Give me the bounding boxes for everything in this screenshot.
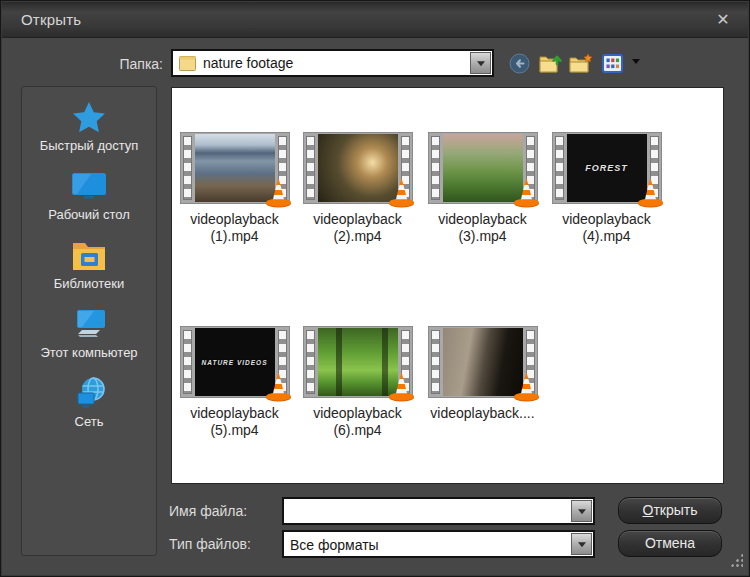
file-name: videoplayback (1).mp4 xyxy=(173,211,296,245)
dialog-toolbar xyxy=(507,49,641,77)
places-sidebar: Быстрый доступ Рабочий стол xyxy=(21,86,157,556)
video-thumbnail xyxy=(318,328,398,396)
filmstrip-thumbnail xyxy=(428,132,538,204)
file-name: videoplayback.... xyxy=(421,405,544,422)
sidebar-item-this-pc[interactable]: Этот компьютер xyxy=(22,306,156,360)
sidebar-item-label: Сеть xyxy=(75,414,104,429)
video-thumbnail xyxy=(318,134,398,202)
sidebar-item-label: Рабочий стол xyxy=(48,207,130,222)
video-thumbnail: FOREST xyxy=(567,134,647,202)
filetype-value: Все форматы xyxy=(290,537,379,553)
back-icon[interactable] xyxy=(507,51,531,75)
open-button-accesskey: О xyxy=(643,502,654,518)
current-folder-name: nature footage xyxy=(203,55,293,71)
file-item-videoplayback-4[interactable]: FOREST videoplayback (4).mp4 xyxy=(545,132,668,245)
network-globe-icon xyxy=(72,375,106,411)
file-item-videoplayback-1[interactable]: videoplayback (1).mp4 xyxy=(173,132,296,245)
folder-combobox-value: nature footage xyxy=(173,51,492,75)
titlebar: Открыть ✕ xyxy=(2,2,748,38)
desktop-icon xyxy=(71,168,107,204)
vlc-cone-icon xyxy=(388,177,415,208)
open-file-dialog: Открыть ✕ Папка: nature footage xyxy=(0,0,750,577)
close-icon[interactable]: ✕ xyxy=(712,9,734,31)
filetype-dropdown-button[interactable] xyxy=(571,533,592,555)
file-list-panel[interactable]: videoplayback (1).mp4 v xyxy=(171,87,724,484)
thumbnail-title-text: FOREST xyxy=(567,134,647,202)
resize-grip[interactable] xyxy=(729,552,743,568)
view-menu-dropdown-icon[interactable] xyxy=(631,51,641,75)
view-menu-icon[interactable] xyxy=(600,51,624,75)
video-thumbnail xyxy=(195,134,275,202)
new-folder-icon[interactable] xyxy=(569,51,593,75)
filename-dropdown-button[interactable] xyxy=(571,500,592,522)
cancel-button-label: Отмена xyxy=(645,535,695,551)
vlc-cone-icon xyxy=(265,177,292,208)
cancel-button[interactable]: Отмена xyxy=(618,530,722,557)
vlc-cone-icon xyxy=(513,177,540,208)
computer-icon xyxy=(70,306,108,342)
filmstrip-thumbnail: FOREST xyxy=(552,132,662,204)
filename-input[interactable] xyxy=(286,500,569,522)
dialog-title: Открыть xyxy=(21,11,81,28)
filename-label: Имя файла: xyxy=(169,503,247,519)
file-item-videoplayback-7[interactable]: videoplayback.... xyxy=(421,326,544,422)
folder-icon xyxy=(179,56,196,71)
sidebar-item-network[interactable]: Сеть xyxy=(22,375,156,429)
file-name-line1: videoplayback xyxy=(296,211,419,228)
filmstrip-holes xyxy=(431,330,440,394)
vlc-cone-icon xyxy=(637,177,664,208)
star-icon xyxy=(72,99,106,135)
vlc-cone-icon xyxy=(513,371,540,402)
filetype-label: Тип файлов: xyxy=(169,536,251,552)
video-thumbnail xyxy=(443,134,523,202)
file-name-line2: (2).mp4 xyxy=(296,228,419,245)
filmstrip-thumbnail xyxy=(428,326,538,398)
sidebar-item-label: Быстрый доступ xyxy=(40,138,139,153)
file-item-videoplayback-3[interactable]: videoplayback (3).mp4 xyxy=(421,132,544,245)
file-name-line2: (1).mp4 xyxy=(173,228,296,245)
vlc-cone-icon xyxy=(265,371,292,402)
filmstrip-holes xyxy=(306,136,315,200)
file-name: videoplayback (4).mp4 xyxy=(545,211,668,245)
file-name: videoplayback (6).mp4 xyxy=(296,405,419,439)
file-name-line1: videoplayback xyxy=(173,211,296,228)
filmstrip-holes xyxy=(555,136,564,200)
file-item-videoplayback-6[interactable]: videoplayback (6).mp4 xyxy=(296,326,419,439)
file-name-line1: videoplayback xyxy=(296,405,419,422)
filmstrip-thumbnail xyxy=(303,326,413,398)
filmstrip-holes xyxy=(183,330,192,394)
sidebar-item-libraries[interactable]: Библиотеки xyxy=(22,237,156,291)
filmstrip-holes xyxy=(306,330,315,394)
open-button-label: ткрыть xyxy=(653,502,697,518)
folder-label: Папка: xyxy=(101,56,163,72)
folder-dropdown-button[interactable] xyxy=(470,52,491,74)
filename-combobox[interactable] xyxy=(282,497,595,525)
file-name: videoplayback (3).mp4 xyxy=(421,211,544,245)
file-name: videoplayback (2).mp4 xyxy=(296,211,419,245)
file-item-videoplayback-5[interactable]: NATURE VIDEOS videoplayback (5).mp4 xyxy=(173,326,296,439)
filetype-combobox[interactable]: Все форматы xyxy=(282,530,595,558)
vlc-cone-icon xyxy=(388,371,415,402)
open-button[interactable]: Открыть xyxy=(618,497,722,524)
sidebar-item-label: Библиотеки xyxy=(54,276,124,291)
folder-combobox[interactable]: nature footage xyxy=(171,49,494,77)
filmstrip-thumbnail: NATURE VIDEOS xyxy=(180,326,290,398)
file-name-line2: (6).mp4 xyxy=(296,422,419,439)
sidebar-item-desktop[interactable]: Рабочий стол xyxy=(22,168,156,222)
file-name-line2: (3).mp4 xyxy=(421,228,544,245)
filmstrip-thumbnail xyxy=(303,132,413,204)
file-name: videoplayback (5).mp4 xyxy=(173,405,296,439)
file-name-line2: (4).mp4 xyxy=(545,228,668,245)
filmstrip-holes xyxy=(431,136,440,200)
thumbnail-title-text: NATURE VIDEOS xyxy=(195,328,275,396)
sidebar-item-label: Этот компьютер xyxy=(40,345,137,360)
video-thumbnail: NATURE VIDEOS xyxy=(195,328,275,396)
file-name-line2: (5).mp4 xyxy=(173,422,296,439)
file-item-videoplayback-2[interactable]: videoplayback (2).mp4 xyxy=(296,132,419,245)
file-name-line1: videoplayback xyxy=(421,211,544,228)
up-one-level-icon[interactable] xyxy=(538,51,562,75)
libraries-folder-icon xyxy=(71,237,107,273)
sidebar-item-quick-access[interactable]: Быстрый доступ xyxy=(22,99,156,153)
video-thumbnail xyxy=(443,328,523,396)
filmstrip-holes xyxy=(183,136,192,200)
